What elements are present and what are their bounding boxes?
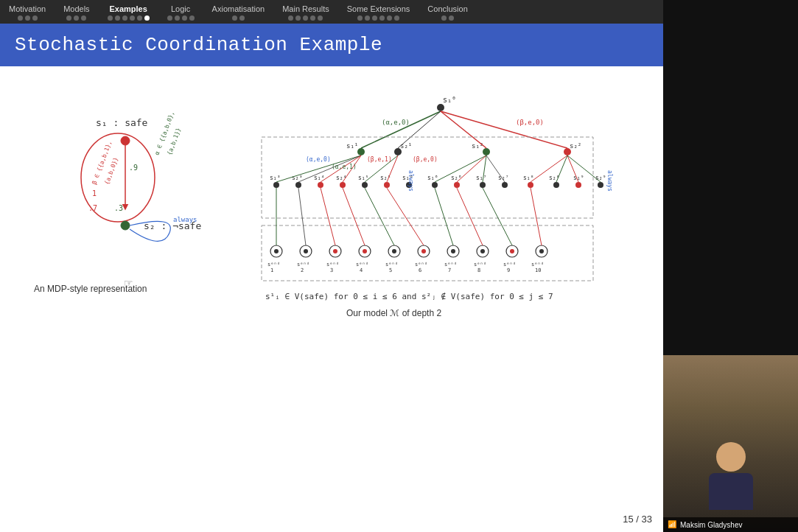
speaker-video bbox=[709, 442, 753, 510]
dot bbox=[365, 15, 370, 21]
nav-axiomatisation[interactable]: Axiomatisation bbox=[203, 4, 274, 21]
svg-text:1: 1 bbox=[92, 189, 97, 197]
svg-point-46 bbox=[598, 182, 603, 188]
svg-point-88 bbox=[304, 249, 308, 253]
svg-line-71 bbox=[486, 155, 505, 182]
dot bbox=[175, 15, 180, 21]
dot bbox=[130, 15, 135, 21]
svg-line-125 bbox=[321, 188, 335, 245]
dot bbox=[32, 15, 38, 21]
svg-text:.9: .9 bbox=[129, 164, 138, 172]
svg-text:9: 9 bbox=[507, 267, 510, 273]
dot bbox=[295, 15, 301, 21]
slide-content: s₁ : safe s₂ : ¬safe always α ∈ {{a,b,0}… bbox=[0, 66, 663, 532]
svg-text:s₂⁹: s₂⁹ bbox=[595, 175, 606, 181]
nav-examples[interactable]: Examples bbox=[99, 4, 158, 21]
svg-text:(α,e,1): (α,e,1) bbox=[332, 164, 357, 170]
svg-point-37 bbox=[384, 182, 390, 188]
svg-text:sᵉⁿᵈ: sᵉⁿᵈ bbox=[415, 262, 427, 267]
dot bbox=[182, 15, 187, 21]
nav-models[interactable]: Models bbox=[55, 4, 98, 21]
svg-text:s₁⁷: s₁⁷ bbox=[476, 175, 486, 181]
dot bbox=[122, 15, 127, 21]
slide-area: Motivation Models Examples bbox=[0, 0, 663, 532]
signal-icon: 📶 bbox=[668, 520, 676, 529]
svg-line-127 bbox=[365, 188, 394, 245]
person-head bbox=[716, 442, 746, 472]
svg-line-130 bbox=[457, 188, 483, 245]
svg-line-27 bbox=[441, 111, 486, 148]
dot bbox=[372, 15, 377, 21]
svg-text:(α,e,0): (α,e,0) bbox=[306, 156, 331, 163]
svg-point-17 bbox=[357, 148, 365, 155]
svg-point-1 bbox=[121, 136, 130, 145]
diagram-svg: s₁ : safe s₂ : ¬safe always α ∈ {{a,b,0}… bbox=[0, 66, 663, 532]
speaker-name: Maksim Gladyshev bbox=[680, 521, 742, 529]
svg-text:s₂¹: s₂¹ bbox=[400, 142, 412, 150]
svg-text:☞: ☞ bbox=[124, 277, 133, 289]
svg-point-112 bbox=[480, 249, 485, 253]
svg-text:sᵉⁿᵈ: sᵉⁿᵈ bbox=[444, 262, 457, 267]
svg-text:Our model ℳ of depth 2: Our model ℳ of depth 2 bbox=[346, 308, 441, 318]
svg-point-96 bbox=[363, 249, 367, 253]
nav-logic[interactable]: Logic bbox=[158, 4, 203, 21]
svg-text:sᵉⁿᵈ: sᵉⁿᵈ bbox=[474, 262, 486, 267]
nav-bar: Motivation Models Examples bbox=[0, 0, 663, 24]
svg-text:sᵉⁿᵈ: sᵉⁿᵈ bbox=[267, 262, 280, 267]
dot-active bbox=[144, 15, 150, 21]
svg-line-131 bbox=[483, 188, 512, 245]
svg-text:1: 1 bbox=[270, 267, 273, 273]
svg-text:sᵉⁿᵈ: sᵉⁿᵈ bbox=[503, 262, 516, 267]
svg-text:2: 2 bbox=[301, 267, 304, 273]
svg-point-15 bbox=[437, 104, 444, 111]
svg-point-104 bbox=[421, 249, 426, 253]
dot bbox=[81, 15, 86, 21]
svg-point-36 bbox=[362, 182, 368, 188]
svg-text:s₁⁰: s₁⁰ bbox=[443, 96, 456, 104]
dot bbox=[379, 15, 385, 21]
svg-line-129 bbox=[435, 188, 453, 245]
nav-conclusion[interactable]: Conclusion bbox=[419, 4, 476, 21]
video-panel: 📶 Maksim Gladyshev bbox=[663, 0, 798, 532]
svg-point-120 bbox=[539, 249, 544, 253]
dot bbox=[303, 15, 308, 21]
dot bbox=[189, 15, 195, 21]
svg-text:.7: .7 bbox=[88, 204, 97, 212]
svg-line-126 bbox=[343, 188, 365, 245]
svg-point-35 bbox=[340, 182, 346, 188]
svg-point-41 bbox=[480, 182, 486, 188]
svg-line-75 bbox=[567, 155, 601, 182]
svg-text:s₁¹: s₁¹ bbox=[346, 142, 358, 150]
svg-text:sᵉⁿᵈ: sᵉⁿᵈ bbox=[297, 262, 309, 267]
svg-text:s₂²: s₂² bbox=[570, 142, 581, 150]
svg-text:s₁⁸: s₁⁸ bbox=[523, 175, 533, 181]
svg-text:4: 4 bbox=[360, 267, 363, 273]
svg-text:s₁⁹: s₁⁹ bbox=[573, 175, 584, 181]
svg-line-128 bbox=[387, 188, 424, 245]
svg-text:s₁²: s₁² bbox=[472, 142, 483, 150]
nav-some-extensions[interactable]: Some Extensions bbox=[338, 4, 419, 21]
svg-line-124 bbox=[298, 188, 306, 245]
svg-text:sᵉⁿᵈ: sᵉⁿᵈ bbox=[531, 262, 544, 267]
nav-motivation[interactable]: Motivation bbox=[0, 4, 55, 21]
svg-text:6: 6 bbox=[419, 267, 421, 273]
svg-text:(β,e,1): (β,e,1) bbox=[367, 156, 392, 163]
dot bbox=[288, 15, 293, 21]
svg-text:3: 3 bbox=[330, 267, 333, 273]
dot bbox=[66, 15, 71, 21]
svg-text:.3: .3 bbox=[114, 204, 123, 212]
svg-point-45 bbox=[575, 182, 581, 188]
speaker-bar: 📶 Maksim Gladyshev bbox=[663, 517, 798, 532]
slide-title: Stochastic Coordination Example bbox=[15, 34, 648, 56]
svg-point-32 bbox=[273, 182, 279, 188]
svg-point-21 bbox=[483, 148, 490, 155]
dot bbox=[387, 15, 392, 21]
video-feed: 📶 Maksim Gladyshev bbox=[663, 355, 798, 532]
svg-point-44 bbox=[553, 182, 559, 188]
svg-point-84 bbox=[274, 249, 279, 253]
dot bbox=[239, 15, 245, 21]
svg-text:always: always bbox=[173, 216, 197, 223]
svg-text:s₁³: s₁³ bbox=[270, 175, 280, 181]
svg-text:s₁⁶: s₁⁶ bbox=[427, 175, 438, 181]
nav-main-results[interactable]: Main Results bbox=[273, 4, 338, 21]
